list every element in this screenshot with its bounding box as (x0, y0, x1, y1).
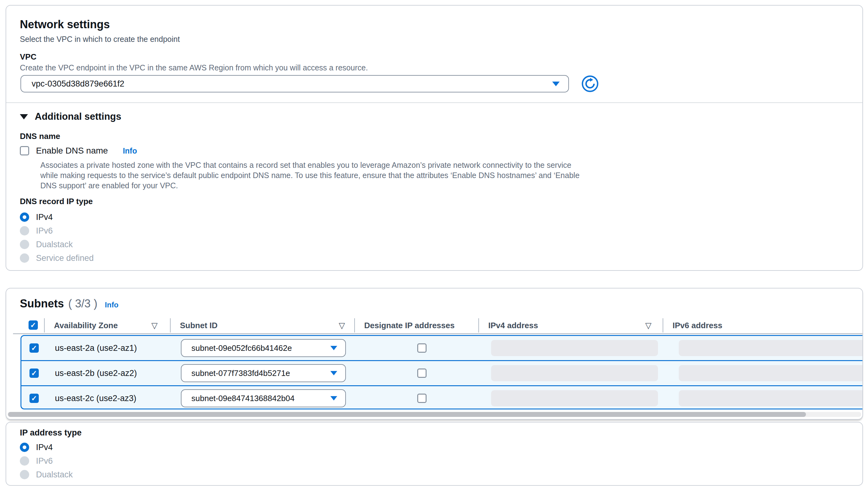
check-icon: ✓ (31, 370, 37, 377)
check-icon: ✓ (30, 322, 36, 329)
availability-zone-cell: us-east-2c (use2-az3) (55, 386, 136, 410)
dns-record-ip-type-radio-group: IPv4 IPv6 Dualstack Service defined (20, 210, 94, 265)
radio-selected-icon (20, 443, 29, 452)
check-icon: ✓ (31, 395, 37, 402)
check-icon: ✓ (31, 345, 37, 352)
chevron-down-icon (331, 346, 337, 350)
radio-option-dualstack: Dualstack (20, 238, 94, 251)
enable-dns-name-checkbox-label: Enable DNS name (36, 146, 108, 156)
sort-icon[interactable]: ▽ (645, 321, 651, 330)
radio-disabled-icon (20, 226, 29, 236)
subnets-count: ( 3/3 ) (68, 297, 97, 310)
subnet-id-select[interactable]: subnet-077f7383fd4b5271e (181, 364, 346, 382)
subnets-info-link[interactable]: Info (105, 301, 119, 309)
designate-ip-checkbox[interactable] (417, 394, 427, 403)
vpc-description: Create the VPC endpoint in the VPC in th… (20, 63, 368, 72)
column-header-subnet-id[interactable]: Subnet ID (180, 321, 217, 330)
dns-name-label: DNS name (20, 131, 60, 141)
ipv6-address-field-disabled (679, 365, 863, 381)
subnets-title-row: Subnets ( 3/3 ) Info (20, 297, 119, 310)
selected-rows-group: ✓ us-east-2a (use2-az1) subnet-09e052fc6… (21, 335, 863, 409)
column-divider (354, 318, 355, 333)
subnet-id-select-value: subnet-09e052fc66b41462e (191, 343, 292, 353)
table-row: ✓ us-east-2c (use2-az3) subnet-09e847413… (22, 385, 863, 410)
column-divider (44, 318, 45, 333)
radio-option-ipv6: IPv6 (20, 224, 94, 238)
chevron-down-icon (552, 82, 560, 86)
column-header-designate-ip: Designate IP addresses (364, 321, 455, 330)
subnets-title: Subnets (20, 297, 64, 310)
radio-selected-icon (20, 212, 29, 222)
horizontal-scrollbar-thumb[interactable] (8, 412, 806, 417)
additional-settings-toggle[interactable]: Additional settings (20, 111, 121, 122)
radio-option-ipv4[interactable]: IPv4 (20, 440, 73, 454)
refresh-icon (581, 75, 599, 92)
column-divider (478, 318, 479, 333)
subnets-card: Subnets ( 3/3 ) Info ✓ Availability Zone… (6, 288, 863, 420)
subnet-id-select-value: subnet-077f7383fd4b5271e (191, 368, 290, 378)
ipv4-address-field-disabled (491, 365, 658, 381)
ipv4-address-field-disabled (491, 390, 658, 406)
ipv6-address-field-disabled (679, 340, 863, 356)
radio-option-dualstack: Dualstack (20, 468, 73, 481)
subnet-id-select[interactable]: subnet-09e84741368842b04 (181, 389, 346, 407)
vpc-select[interactable]: vpc-0305d38d879e661f2 (21, 75, 569, 92)
additional-settings-label: Additional settings (35, 111, 121, 122)
ip-address-type-card: IP address type IPv4 IPv6 Dualstack (6, 422, 863, 486)
ipv4-address-field-disabled (491, 340, 658, 356)
sort-icon[interactable]: ▽ (151, 321, 158, 330)
radio-disabled-icon (20, 253, 29, 263)
radio-option-service-defined: Service defined (20, 251, 94, 265)
sort-icon[interactable]: ▽ (339, 321, 345, 330)
chevron-down-icon (331, 371, 337, 375)
column-header-availability-zone[interactable]: Availability Zone (54, 321, 118, 330)
radio-disabled-icon (20, 470, 29, 479)
ipv6-address-field-disabled (679, 390, 863, 406)
vpc-select-value: vpc-0305d38d879e661f2 (32, 79, 124, 89)
radio-disabled-icon (20, 456, 29, 465)
column-divider (663, 318, 663, 333)
radio-option-ipv6: IPv6 (20, 454, 73, 468)
dns-name-info-link[interactable]: Info (123, 146, 137, 155)
row-checkbox[interactable]: ✓ (29, 343, 39, 353)
vpc-endpoint-network-settings-page: Network settings Select the VPC in which… (0, 0, 868, 487)
dns-record-ip-type-label: DNS record IP type (20, 197, 93, 206)
table-row: ✓ us-east-2b (use2-az2) subnet-077f7383f… (22, 360, 863, 385)
table-row: ✓ us-east-2a (use2-az1) subnet-09e052fc6… (22, 336, 863, 360)
select-all-checkbox[interactable]: ✓ (29, 321, 38, 330)
row-checkbox[interactable]: ✓ (29, 394, 39, 403)
network-settings-card: Network settings Select the VPC in which… (6, 5, 863, 271)
chevron-down-icon (331, 396, 337, 400)
column-header-ipv6-address: IPv6 address (673, 321, 722, 330)
vpc-label: VPC (20, 52, 36, 62)
network-settings-title: Network settings (20, 18, 110, 31)
radio-disabled-icon (20, 240, 29, 249)
subnet-id-select[interactable]: subnet-09e052fc66b41462e (181, 339, 346, 357)
table-header-underline (13, 333, 863, 334)
availability-zone-cell: us-east-2a (use2-az1) (55, 336, 137, 360)
subnets-table-header: ✓ Availability Zone ▽ Subnet ID ▽ Design… (6, 318, 863, 334)
dns-name-description: Associates a private hosted zone with th… (40, 160, 582, 191)
refresh-button[interactable] (581, 75, 599, 92)
subnet-id-select-value: subnet-09e84741368842b04 (191, 394, 295, 403)
enable-dns-name-checkbox[interactable] (20, 146, 29, 155)
row-checkbox[interactable]: ✓ (29, 368, 39, 378)
designate-ip-checkbox[interactable] (417, 368, 427, 378)
column-header-ipv4-address[interactable]: IPv4 address (488, 321, 538, 330)
enable-dns-name-row: Enable DNS name Info (20, 146, 137, 156)
section-divider (6, 102, 862, 103)
network-settings-subtitle: Select the VPC in which to create the en… (20, 35, 180, 44)
availability-zone-cell: us-east-2b (use2-az2) (55, 361, 137, 385)
column-divider (170, 318, 170, 333)
ip-address-type-radio-group: IPv4 IPv6 Dualstack (20, 440, 73, 481)
caret-down-icon (20, 114, 28, 119)
ip-address-type-label: IP address type (20, 428, 82, 438)
radio-option-ipv4[interactable]: IPv4 (20, 210, 94, 224)
designate-ip-checkbox[interactable] (417, 343, 427, 353)
